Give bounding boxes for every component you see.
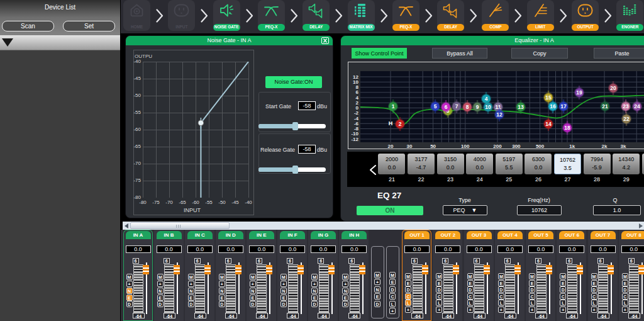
svg-text:6: 6 <box>445 104 448 110</box>
svg-text:24: 24 <box>634 103 640 110</box>
svg-text:11: 11 <box>496 104 501 110</box>
svg-text:16: 16 <box>550 103 556 110</box>
svg-text:20: 20 <box>610 85 616 91</box>
svg-text:1: 1 <box>392 103 395 110</box>
svg-text:22: 22 <box>623 116 630 122</box>
svg-text:21: 21 <box>602 103 608 110</box>
svg-text:13: 13 <box>518 104 524 110</box>
svg-text:14: 14 <box>545 121 552 127</box>
svg-text:7: 7 <box>455 103 458 110</box>
svg-text:9: 9 <box>476 104 479 110</box>
svg-text:18: 18 <box>564 125 570 131</box>
svg-text:5: 5 <box>434 103 437 110</box>
svg-text:8: 8 <box>466 104 469 110</box>
svg-text:19: 19 <box>576 89 582 96</box>
svg-text:2: 2 <box>399 121 402 127</box>
svg-text:17: 17 <box>560 103 567 110</box>
svg-text:23: 23 <box>623 103 629 110</box>
svg-text:15: 15 <box>545 94 552 101</box>
svg-text:10: 10 <box>485 104 491 110</box>
svg-text:H: H <box>389 120 393 127</box>
svg-text:12: 12 <box>496 111 502 118</box>
